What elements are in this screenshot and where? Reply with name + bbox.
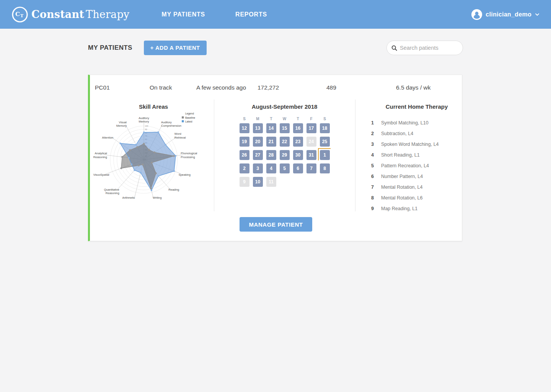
svg-text:Processing: Processing	[181, 155, 195, 159]
home-therapy-column: Current Home Therapy 1Symbol Matching, L…	[355, 100, 462, 214]
skill-areas-column: Skill Areas 0102030405060708090100Audito…	[90, 100, 214, 214]
search-icon	[391, 45, 397, 51]
calendar-day-cell: 20	[253, 137, 263, 147]
calendar-day-cell: 9	[240, 177, 249, 187]
svg-text:Arithmetic: Arithmetic	[122, 196, 135, 199]
svg-text:Writing: Writing	[153, 196, 161, 199]
calendar-day-header: M	[253, 117, 263, 121]
calendar-grid: 1213141516171819202122232425262728293031…	[240, 123, 330, 187]
calendar-day-cell: 7	[306, 163, 316, 173]
patient-exercise-count: 172,272	[258, 84, 326, 91]
manage-patient-button[interactable]: MANAGE PATIENT	[240, 217, 312, 232]
calendar-day-header: T	[293, 117, 303, 121]
patient-status: On track	[150, 84, 196, 91]
svg-text:Reading: Reading	[168, 188, 179, 191]
svg-text:100: 100	[145, 125, 148, 127]
avatar-icon	[471, 9, 482, 20]
calendar-day-cell: 23	[293, 137, 303, 147]
calendar-day-header: F	[306, 117, 316, 121]
svg-text:Speaking: Speaking	[179, 173, 191, 176]
therapy-task-row: 7Mental Rotation, L4	[371, 182, 462, 193]
svg-text:Baseline: Baseline	[185, 116, 195, 119]
calendar-day-cell: 4	[266, 163, 276, 173]
chevron-down-icon	[535, 12, 540, 17]
calendar-day-cell: 10	[253, 177, 263, 187]
therapy-task-number: 5	[371, 163, 381, 168]
svg-text:Reasoning: Reasoning	[106, 191, 119, 195]
svg-text:Retrieval: Retrieval	[174, 136, 186, 139]
svg-text:VisuoSpatial: VisuoSpatial	[93, 173, 109, 176]
svg-text:Legend: Legend	[185, 112, 194, 115]
svg-text:T: T	[20, 13, 24, 18]
therapy-task-row: 1Symbol Matching, L10	[371, 118, 462, 128]
therapy-task-label: Mental Rotation, L4	[381, 185, 422, 190]
add-patient-button[interactable]: + ADD A PATIENT	[144, 41, 207, 55]
column-divider	[355, 100, 355, 211]
calendar-day-cell: 26	[240, 150, 249, 160]
nav-link-my-patients[interactable]: MY PATIENTS	[161, 11, 205, 18]
calendar-day-cell: 5	[280, 163, 290, 173]
svg-text:Comprehension: Comprehension	[161, 124, 181, 127]
therapy-task-label: Pattern Recreation, L4	[381, 163, 429, 168]
skill-areas-title: Skill Areas	[93, 103, 214, 110]
therapy-task-label: Map Reading, L1	[381, 206, 417, 211]
patient-summary-row: PC01 On track A few seconds ago 172,272 …	[90, 75, 462, 91]
search-input[interactable]	[400, 45, 458, 51]
user-name: clinician_demo	[486, 11, 531, 18]
therapy-task-number: 3	[371, 142, 381, 147]
calendar-day-header: S	[320, 117, 330, 121]
home-therapy-title: Current Home Therapy	[371, 103, 462, 110]
patient-last-active: A few seconds ago	[196, 84, 258, 91]
patient-id: PC01	[95, 84, 150, 91]
calendar-day-cell: 17	[306, 123, 316, 133]
svg-text:Memory: Memory	[139, 120, 149, 123]
calendar-day-cell: 29	[280, 150, 290, 160]
svg-text:90: 90	[145, 128, 147, 131]
therapy-task-number: 1	[371, 120, 381, 126]
therapy-task-row: 9Map Reading, L1	[371, 203, 462, 214]
search-box	[386, 41, 463, 55]
therapy-task-row: 2Subtraction, L4	[371, 128, 462, 139]
calendar-day-header: T	[266, 117, 276, 121]
patient-frequency: 6.5 days / wk	[396, 84, 462, 91]
calendar-day-cell: 25	[320, 137, 330, 147]
calendar-day-cell: 31	[306, 150, 316, 160]
calendar-day-cell: 19	[240, 137, 249, 147]
svg-text:Visual: Visual	[119, 121, 127, 124]
calendar-day-cell: 21	[266, 137, 276, 147]
calendar-day-cell: 3	[253, 163, 263, 173]
calendar-day-cell: 1	[320, 150, 330, 160]
brand-name-light: Therapy	[86, 8, 129, 20]
column-divider	[214, 100, 214, 211]
therapy-task-label: Short Reading, L1	[381, 152, 420, 158]
therapy-task-number: 9	[371, 206, 381, 211]
calendar-day-cell: 13	[253, 123, 263, 133]
calendar-day-cell: 30	[293, 150, 303, 160]
home-therapy-list: 1Symbol Matching, L102Subtraction, L43Sp…	[371, 118, 462, 214]
calendar-day-cell: 22	[280, 137, 290, 147]
therapy-task-label: Subtraction, L4	[381, 131, 413, 136]
patient-card: PC01 On track A few seconds ago 172,272 …	[88, 75, 462, 241]
user-menu[interactable]: clinician_demo	[471, 9, 540, 20]
page-title: MY PATIENTS	[88, 44, 132, 52]
calendar-column: August-September 2018 SMTWTFS 1213141516…	[214, 100, 355, 214]
brand-logo[interactable]: C T ConstantTherapy	[11, 6, 129, 23]
patient-session-count: 489	[326, 84, 396, 91]
therapy-task-number: 7	[371, 185, 381, 190]
calendar-day-headers: SMTWTFS	[240, 117, 330, 121]
nav-link-reports[interactable]: REPORTS	[235, 11, 267, 18]
calendar-day-cell: 24	[306, 137, 316, 147]
svg-text:Attention: Attention	[102, 136, 114, 139]
nav-links: MY PATIENTS REPORTS	[161, 11, 267, 18]
calendar-day-cell: 27	[253, 150, 263, 160]
therapy-task-row: 3Spoken Word Matching, L4	[371, 139, 462, 150]
svg-text:Auditory: Auditory	[161, 121, 172, 124]
therapy-task-label: Symbol Matching, L10	[381, 120, 429, 126]
calendar-title: August-September 2018	[214, 103, 355, 110]
svg-text:Word: Word	[174, 132, 181, 136]
svg-text:Quantitative: Quantitative	[104, 188, 119, 191]
toolbar: MY PATIENTS + ADD A PATIENT	[88, 41, 463, 55]
therapy-task-number: 4	[371, 152, 381, 158]
svg-text:Phonological: Phonological	[181, 152, 197, 155]
nav-bar: C T ConstantTherapy MY PATIENTS REPORTS …	[0, 0, 551, 29]
